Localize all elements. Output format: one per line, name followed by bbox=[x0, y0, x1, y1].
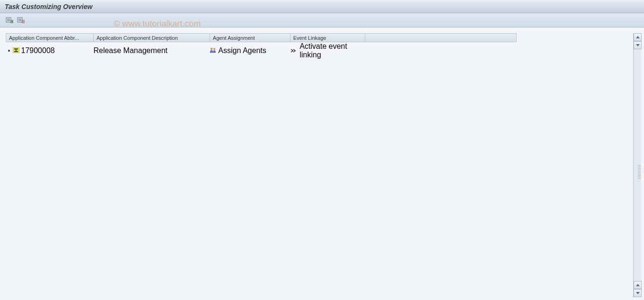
agent-assignment-link[interactable]: Assign Agents bbox=[210, 46, 290, 55]
scroll-down-step-button[interactable] bbox=[634, 41, 642, 49]
cell-empty bbox=[365, 42, 516, 60]
col-header-agent[interactable]: Agent Assignment bbox=[210, 34, 290, 42]
event-linking-icon bbox=[290, 46, 298, 55]
page-title: Task Customizing Overview bbox=[5, 3, 92, 10]
node-sigma-icon bbox=[13, 46, 19, 55]
table-container: Application Component Abbr... Applicatio… bbox=[6, 33, 633, 297]
arrow-down-icon bbox=[636, 44, 640, 46]
drag-handle-icon bbox=[638, 165, 641, 180]
cell-event: Activate event linking bbox=[300, 42, 365, 59]
table-header-row: Application Component Abbr... Applicatio… bbox=[6, 34, 517, 42]
scroll-down-button[interactable] bbox=[634, 289, 642, 297]
svg-point-15 bbox=[214, 48, 216, 50]
cell-description: Release Management bbox=[93, 42, 210, 60]
arrow-up-icon bbox=[636, 284, 640, 286]
expand-subtree-icon[interactable] bbox=[5, 16, 14, 25]
content-area: Application Component Abbr... Applicatio… bbox=[0, 27, 644, 300]
collapse-subtree-icon[interactable] bbox=[16, 16, 26, 25]
arrow-up-icon bbox=[636, 36, 640, 38]
event-linkage-link[interactable]: Activate event linking bbox=[290, 42, 365, 59]
col-header-abbrev[interactable]: Application Component Abbr... bbox=[6, 34, 94, 42]
cell-agent: Assign Agents bbox=[218, 46, 266, 55]
table-row[interactable]: 17900008 Release Management bbox=[6, 42, 517, 60]
cell-abbrev: 17900008 bbox=[21, 46, 55, 55]
bullet-icon bbox=[8, 50, 10, 52]
scroll-up-step-button[interactable] bbox=[634, 281, 642, 289]
toolbar bbox=[0, 13, 644, 27]
scroll-up-button[interactable] bbox=[634, 33, 642, 41]
col-header-empty[interactable] bbox=[365, 34, 516, 42]
svg-point-14 bbox=[211, 48, 212, 50]
vertical-scrollbar[interactable] bbox=[633, 33, 641, 297]
col-header-description[interactable]: Application Component Description bbox=[93, 34, 210, 42]
data-table: Application Component Abbr... Applicatio… bbox=[6, 33, 517, 59]
agents-icon bbox=[210, 46, 216, 55]
scroll-track[interactable] bbox=[634, 49, 641, 281]
title-bar: Task Customizing Overview bbox=[0, 0, 644, 13]
tree-node[interactable]: 17900008 bbox=[6, 46, 94, 55]
col-header-event[interactable]: Event Linkage bbox=[290, 34, 365, 42]
arrow-down-icon bbox=[636, 292, 640, 294]
